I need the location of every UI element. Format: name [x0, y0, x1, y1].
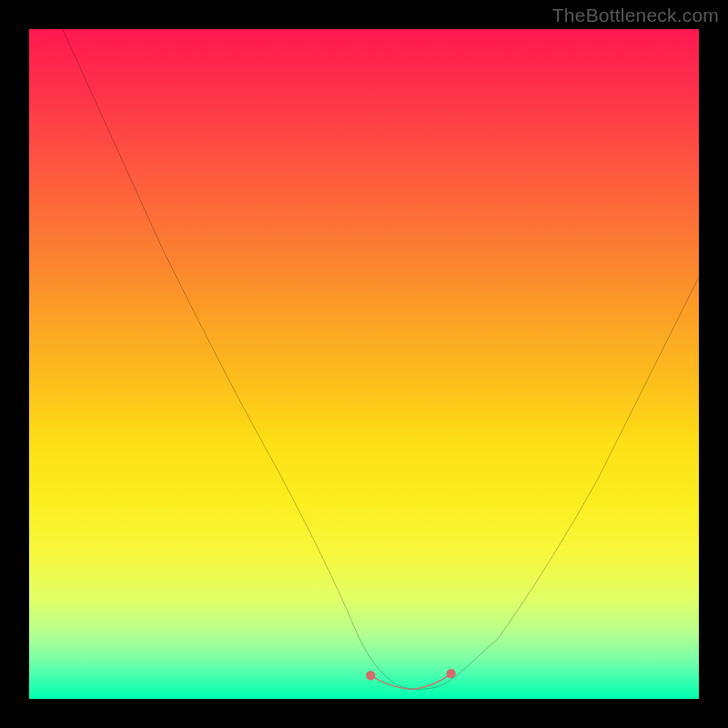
- valley-marker: [370, 673, 450, 690]
- curve-layer: [29, 29, 699, 699]
- valley-end-right: [447, 669, 456, 678]
- main-curve: [63, 29, 699, 689]
- watermark-text: TheBottleneck.com: [552, 5, 719, 26]
- chart-frame: TheBottleneck.com: [0, 0, 728, 728]
- valley-end-left: [366, 671, 375, 680]
